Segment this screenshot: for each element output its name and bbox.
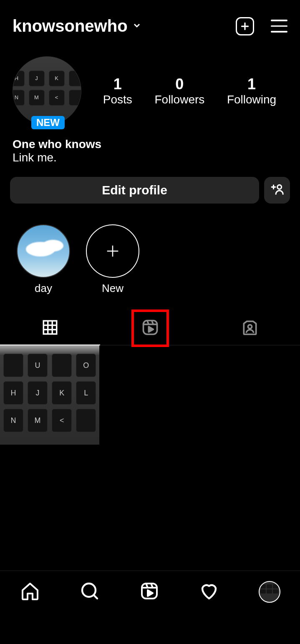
highlight-new-label: New bbox=[102, 282, 124, 295]
header-actions bbox=[236, 17, 287, 35]
bio-section: One who knows Link me. bbox=[0, 129, 300, 169]
reels-nav-icon bbox=[139, 581, 159, 603]
search-icon bbox=[80, 581, 100, 603]
stat-followers[interactable]: 0 Followers bbox=[154, 75, 204, 106]
profile-actions: Edit profile bbox=[0, 169, 300, 212]
followers-count: 0 bbox=[154, 75, 204, 93]
followers-label: Followers bbox=[154, 93, 204, 106]
display-name: One who knows bbox=[13, 138, 287, 151]
highlight-new[interactable]: New bbox=[86, 224, 139, 295]
nav-home[interactable] bbox=[20, 581, 40, 603]
posts-count: 1 bbox=[103, 75, 132, 93]
stats-row: 1 Posts 0 Followers 1 Following bbox=[83, 75, 287, 106]
profile-row: HJK NM< NEW 1 Posts 0 Followers 1 Follow… bbox=[0, 44, 300, 129]
add-person-icon bbox=[270, 182, 284, 198]
svg-point-17 bbox=[248, 325, 252, 329]
home-icon bbox=[20, 581, 40, 603]
reels-icon bbox=[141, 318, 159, 338]
create-button[interactable] bbox=[236, 17, 254, 35]
posts-label: Posts bbox=[103, 93, 132, 106]
edit-profile-button[interactable]: Edit profile bbox=[10, 177, 259, 204]
svg-rect-7 bbox=[43, 321, 57, 334]
highlight-new-thumb bbox=[86, 224, 139, 278]
following-label: Following bbox=[227, 93, 276, 106]
stat-posts[interactable]: 1 Posts bbox=[103, 75, 132, 106]
nav-reels[interactable] bbox=[139, 581, 159, 603]
svg-marker-24 bbox=[148, 590, 153, 596]
avatar-image: HJK NM< bbox=[13, 56, 81, 125]
chevron-down-icon bbox=[132, 20, 142, 32]
posts-grid: UO HJKL NM< bbox=[0, 345, 300, 445]
tab-grid[interactable] bbox=[0, 312, 100, 345]
profile-header: knowsonewho bbox=[0, 0, 300, 44]
svg-point-4 bbox=[277, 185, 282, 189]
highlight-day-label: day bbox=[35, 282, 52, 295]
profile-tabs bbox=[0, 312, 300, 345]
avatar-container[interactable]: HJK NM< NEW bbox=[13, 56, 83, 125]
tagged-icon bbox=[241, 318, 259, 338]
nav-profile[interactable] bbox=[259, 581, 280, 603]
username-text: knowsonewho bbox=[13, 17, 128, 35]
discover-people-button[interactable] bbox=[264, 177, 290, 204]
post-thumbnail[interactable]: UO HJKL NM< bbox=[0, 345, 99, 445]
new-badge: NEW bbox=[31, 116, 65, 129]
menu-button[interactable] bbox=[271, 20, 287, 33]
nav-search[interactable] bbox=[80, 581, 100, 603]
bottom-nav bbox=[0, 571, 300, 644]
nav-activity[interactable] bbox=[199, 581, 219, 603]
heart-icon bbox=[199, 581, 219, 603]
svg-marker-16 bbox=[149, 327, 153, 332]
highlights-row: day New bbox=[0, 212, 300, 303]
bio-text: Link me. bbox=[13, 151, 287, 164]
edit-profile-label: Edit profile bbox=[102, 183, 167, 197]
stat-following[interactable]: 1 Following bbox=[227, 75, 276, 106]
username-switcher[interactable]: knowsonewho bbox=[13, 17, 142, 35]
svg-line-19 bbox=[94, 595, 97, 599]
nav-avatar-image bbox=[259, 581, 280, 603]
grid-icon bbox=[41, 319, 59, 338]
tab-reels[interactable] bbox=[100, 312, 200, 345]
highlight-day[interactable]: day bbox=[17, 224, 70, 295]
tab-tagged[interactable] bbox=[200, 312, 300, 345]
following-count: 1 bbox=[227, 75, 276, 93]
highlight-day-thumb bbox=[17, 224, 70, 278]
